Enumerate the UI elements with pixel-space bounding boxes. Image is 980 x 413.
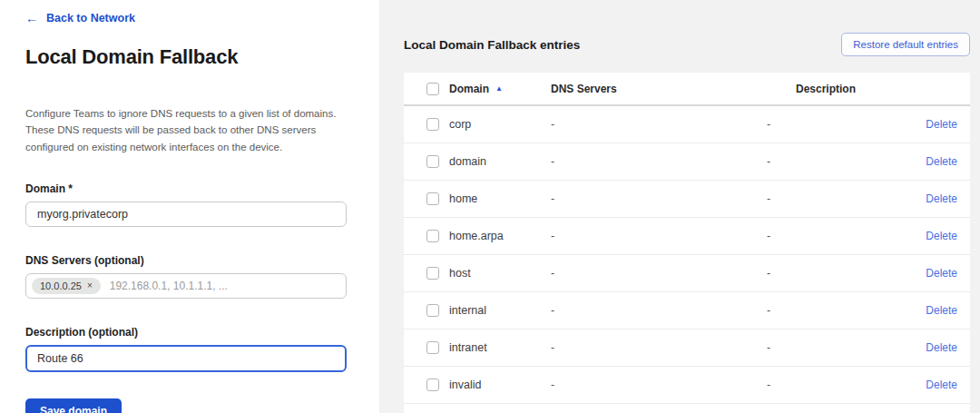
row-select-cell bbox=[426, 304, 449, 317]
row-checkbox[interactable] bbox=[426, 118, 439, 131]
dns-servers-cell: - bbox=[551, 192, 767, 205]
table-row: home.arpa - - Delete bbox=[404, 218, 970, 255]
description-label: Description (optional) bbox=[25, 326, 354, 339]
delete-entry-link[interactable]: Delete bbox=[903, 304, 957, 317]
table-body: corp - - Delete domain - - Delete home -… bbox=[404, 106, 970, 404]
table-header-row: Domain ▲ DNS Servers Description bbox=[404, 73, 970, 106]
select-all-checkbox[interactable] bbox=[426, 83, 439, 95]
domain-cell: host bbox=[449, 267, 551, 280]
column-header-domain[interactable]: Domain ▲ bbox=[449, 83, 551, 95]
select-all-cell bbox=[426, 83, 449, 95]
row-checkbox[interactable] bbox=[426, 230, 439, 242]
description-cell: - bbox=[767, 379, 903, 391]
domain-column-label: Domain bbox=[449, 83, 489, 95]
back-arrow-icon: ← bbox=[25, 12, 38, 25]
row-select-cell bbox=[426, 230, 449, 242]
delete-entry-link[interactable]: Delete bbox=[903, 192, 957, 205]
description-cell: - bbox=[767, 304, 903, 317]
row-checkbox[interactable] bbox=[426, 155, 439, 168]
table-row: host - - Delete bbox=[404, 255, 970, 292]
domain-cell: home.arpa bbox=[449, 230, 551, 242]
delete-entry-link[interactable]: Delete bbox=[903, 118, 957, 131]
row-select-cell bbox=[426, 267, 449, 280]
row-checkbox[interactable] bbox=[426, 267, 439, 280]
row-checkbox[interactable] bbox=[426, 379, 439, 391]
app-window: ← Back to Network Local Domain Fallback … bbox=[0, 0, 980, 413]
table-row: home - - Delete bbox=[404, 181, 970, 218]
dns-servers-cell: - bbox=[551, 304, 767, 317]
dns-servers-placeholder: 192.168.0.1, 10.1.1.1, ... bbox=[110, 280, 228, 292]
description-cell: - bbox=[767, 118, 903, 131]
domain-input[interactable] bbox=[25, 202, 347, 227]
table-row: intranet - - Delete bbox=[404, 329, 970, 367]
description-input[interactable] bbox=[25, 345, 347, 372]
save-domain-button[interactable]: Save domain bbox=[25, 398, 122, 413]
row-select-cell bbox=[426, 118, 449, 131]
dns-server-tag[interactable]: 10.0.0.25 × bbox=[32, 278, 101, 294]
description-cell: - bbox=[767, 192, 903, 205]
entries-title: Local Domain Fallback entries bbox=[404, 38, 580, 52]
domain-cell: intranet bbox=[449, 341, 551, 354]
delete-entry-link[interactable]: Delete bbox=[903, 267, 957, 280]
domain-cell: home bbox=[449, 192, 551, 205]
description-cell: - bbox=[767, 267, 903, 280]
domain-cell: corp bbox=[449, 118, 551, 131]
row-select-cell bbox=[426, 155, 449, 168]
domain-label: Domain * bbox=[25, 182, 354, 195]
dns-servers-cell: - bbox=[551, 341, 767, 354]
dns-servers-cell: - bbox=[551, 155, 767, 168]
entries-header: Local Domain Fallback entries Restore de… bbox=[404, 33, 970, 56]
back-to-network-link[interactable]: ← Back to Network bbox=[25, 12, 135, 25]
dns-servers-input[interactable]: 10.0.0.25 × 192.168.0.1, 10.1.1.1, ... bbox=[25, 273, 347, 299]
remove-tag-icon[interactable]: × bbox=[87, 281, 93, 290]
edit-panel: ← Back to Network Local Domain Fallback … bbox=[0, 0, 379, 413]
column-header-description: Description bbox=[767, 83, 903, 95]
table-row: domain - - Delete bbox=[404, 143, 970, 181]
dns-servers-cell: - bbox=[551, 230, 767, 242]
domain-field-group: Domain * bbox=[25, 182, 354, 227]
description-field-group: Description (optional) bbox=[25, 326, 354, 372]
description-cell: - bbox=[767, 230, 903, 242]
back-link-label: Back to Network bbox=[46, 12, 135, 25]
delete-entry-link[interactable]: Delete bbox=[903, 230, 957, 242]
table-row: invalid - - Delete bbox=[404, 367, 970, 404]
row-select-cell bbox=[426, 379, 449, 391]
entries-table: Domain ▲ DNS Servers Description corp - … bbox=[404, 73, 970, 413]
description-cell: - bbox=[767, 155, 903, 168]
restore-default-entries-button[interactable]: Restore default entries bbox=[841, 33, 970, 56]
table-row: internal - - Delete bbox=[404, 292, 970, 329]
description-cell: - bbox=[767, 341, 903, 354]
delete-entry-link[interactable]: Delete bbox=[903, 155, 957, 168]
page-description: Configure Teams to ignore DNS requests t… bbox=[25, 105, 348, 155]
column-header-dns-servers: DNS Servers bbox=[551, 83, 767, 95]
dns-servers-cell: - bbox=[551, 267, 767, 280]
delete-entry-link[interactable]: Delete bbox=[903, 341, 957, 354]
row-checkbox[interactable] bbox=[426, 192, 439, 205]
dns-servers-cell: - bbox=[551, 118, 767, 131]
row-checkbox[interactable] bbox=[426, 341, 439, 354]
row-select-cell bbox=[426, 192, 449, 205]
dns-servers-field-group: DNS Servers (optional) 10.0.0.25 × 192.1… bbox=[25, 254, 354, 299]
page-title: Local Domain Fallback bbox=[25, 45, 354, 69]
dns-server-tag-value: 10.0.0.25 bbox=[40, 280, 82, 291]
domain-cell: invalid bbox=[449, 379, 551, 391]
delete-entry-link[interactable]: Delete bbox=[903, 379, 957, 391]
dns-servers-label: DNS Servers (optional) bbox=[25, 254, 354, 267]
sort-ascending-icon: ▲ bbox=[495, 85, 503, 93]
row-select-cell bbox=[426, 341, 449, 354]
dns-servers-cell: - bbox=[551, 379, 767, 391]
domain-cell: domain bbox=[449, 155, 551, 168]
row-checkbox[interactable] bbox=[426, 304, 439, 317]
table-row: corp - - Delete bbox=[404, 106, 970, 143]
domain-cell: internal bbox=[449, 304, 551, 317]
entries-panel: Local Domain Fallback entries Restore de… bbox=[379, 0, 980, 413]
